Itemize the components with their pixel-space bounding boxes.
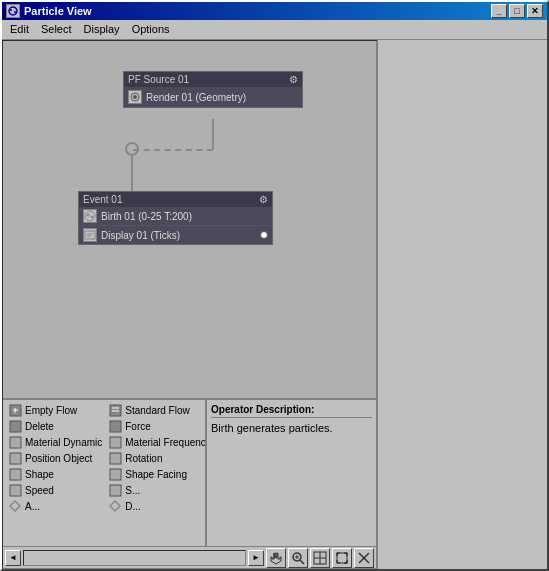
svg-line-47: [300, 560, 304, 564]
menu-select[interactable]: Select: [35, 22, 78, 37]
op-col4-5-label: D...: [125, 501, 141, 512]
bottom-panel: Empty Flow Standard Flow B: [3, 398, 376, 568]
tool-fit-button[interactable]: [332, 548, 352, 568]
col4-icon-1: [108, 483, 122, 497]
maximize-button[interactable]: □: [509, 4, 525, 18]
op-material-dynamic-label: Material Dynamic: [25, 437, 102, 448]
op-force[interactable]: Force: [105, 418, 206, 434]
svg-point-5: [85, 211, 95, 221]
event-row-display: Display 01 (Ticks): [79, 226, 272, 244]
op-col4-1-label: S...: [125, 485, 140, 496]
svg-point-1: [10, 9, 12, 11]
menu-bar: Edit Select Display Options: [2, 20, 547, 40]
menu-display[interactable]: Display: [78, 22, 126, 37]
svg-rect-35: [110, 469, 121, 480]
render-icon: [128, 90, 142, 104]
svg-marker-42: [10, 501, 20, 511]
tool-hand-button[interactable]: [266, 548, 286, 568]
op-shape-label: Shape: [25, 469, 54, 480]
close-button[interactable]: ✕: [527, 4, 543, 18]
op-col4-4[interactable]: A...: [5, 498, 105, 514]
op-standard-flow[interactable]: Standard Flow: [105, 402, 206, 418]
title-bar: Particle View _ □ ✕: [2, 2, 547, 20]
operators-list: Empty Flow Standard Flow B: [3, 400, 206, 546]
op-speed[interactable]: Speed: [5, 482, 105, 498]
tool-close-button[interactable]: [354, 548, 374, 568]
svg-rect-30: [10, 453, 21, 464]
event-display-label: Display 01 (Ticks): [101, 230, 180, 241]
pf-source-title-label: PF Source 01: [128, 74, 189, 85]
event-gear-icon[interactable]: ⚙: [259, 194, 268, 205]
material-dynamic-icon: [8, 435, 22, 449]
op-speed-label: Speed: [25, 485, 54, 496]
op-empty-flow-label: Empty Flow: [25, 405, 77, 416]
op-rotation-label: Rotation: [125, 453, 162, 464]
operator-description-panel: Operator Description: Birth generates pa…: [206, 400, 376, 546]
op-delete-label: Delete: [25, 421, 54, 432]
svg-rect-8: [85, 231, 95, 239]
rotation-icon: [108, 451, 122, 465]
connector-dashed: [133, 149, 213, 151]
title-buttons: _ □ ✕: [491, 4, 543, 18]
status-bar: ◄ ►: [3, 546, 376, 568]
event-title-label: Event 01: [83, 194, 122, 205]
canvas-viewport[interactable]: PF Source 01 ⚙ Render 01 (Geometry): [3, 41, 376, 398]
svg-point-0: [9, 7, 17, 15]
op-delete[interactable]: Delete: [5, 418, 105, 434]
right-panel: [377, 40, 547, 569]
svg-marker-43: [110, 501, 120, 511]
title-bar-left: Particle View: [6, 4, 92, 18]
shape-facing-icon: [108, 467, 122, 481]
toolbar-icons: [266, 548, 374, 568]
svg-point-6: [87, 214, 90, 217]
connector-dot-right[interactable]: [260, 231, 268, 239]
tool-pan-button[interactable]: [310, 548, 330, 568]
pf-source-row1-label: Render 01 (Geometry): [146, 92, 246, 103]
op-empty-flow[interactable]: Empty Flow: [5, 402, 105, 418]
pf-source-title: PF Source 01 ⚙: [124, 72, 302, 87]
col4-icon-4: [8, 499, 22, 513]
op-position-object-label: Position Object: [25, 453, 92, 464]
svg-rect-31: [110, 453, 121, 464]
svg-point-2: [14, 11, 16, 13]
delete-icon: [8, 419, 22, 433]
op-material-dynamic[interactable]: Material Dynamic: [5, 434, 105, 450]
main-content: PF Source 01 ⚙ Render 01 (Geometry): [2, 40, 547, 569]
event-title: Event 01 ⚙: [79, 192, 272, 207]
event-node[interactable]: Event 01 ⚙ Birth 01 (0-25 T:200): [78, 191, 273, 245]
shape-icon: [8, 467, 22, 481]
svg-rect-53: [337, 553, 347, 563]
empty-flow-icon: [8, 403, 22, 417]
bottom-content: Empty Flow Standard Flow B: [3, 400, 376, 546]
op-shape-facing[interactable]: Shape Facing: [105, 466, 206, 482]
op-shape[interactable]: Shape: [5, 466, 105, 482]
svg-rect-26: [10, 437, 21, 448]
op-material-frequency[interactable]: Material Frequency: [105, 434, 206, 450]
tool-zoom-button[interactable]: [288, 548, 308, 568]
minimize-button[interactable]: _: [491, 4, 507, 18]
canvas-area: PF Source 01 ⚙ Render 01 (Geometry): [2, 40, 377, 569]
scroll-right-button[interactable]: ►: [248, 550, 264, 566]
pf-source-content: Render 01 (Geometry): [124, 87, 302, 107]
pf-source-gear-icon[interactable]: ⚙: [289, 74, 298, 85]
scrollbar-track[interactable]: [23, 550, 246, 566]
position-object-icon: [8, 451, 22, 465]
birth-icon: [83, 209, 97, 223]
op-rotation[interactable]: Rotation: [105, 450, 206, 466]
pf-source-node[interactable]: PF Source 01 ⚙ Render 01 (Geometry): [123, 71, 303, 108]
menu-edit[interactable]: Edit: [4, 22, 35, 37]
speed-icon: [8, 483, 22, 497]
menu-options[interactable]: Options: [126, 22, 176, 37]
op-col4-1[interactable]: S...: [105, 482, 206, 498]
connector-line-1: [212, 119, 214, 149]
svg-point-4: [133, 95, 137, 99]
scroll-left-button[interactable]: ◄: [5, 550, 21, 566]
operator-desc-text: Birth generates particles.: [211, 422, 372, 434]
svg-rect-27: [110, 437, 121, 448]
circle-connector: [125, 142, 139, 156]
svg-rect-23: [110, 421, 121, 432]
op-col4-4-label: A...: [25, 501, 40, 512]
op-col4-5[interactable]: D...: [105, 498, 206, 514]
op-standard-flow-label: Standard Flow: [125, 405, 189, 416]
op-position-object[interactable]: Position Object: [5, 450, 105, 466]
